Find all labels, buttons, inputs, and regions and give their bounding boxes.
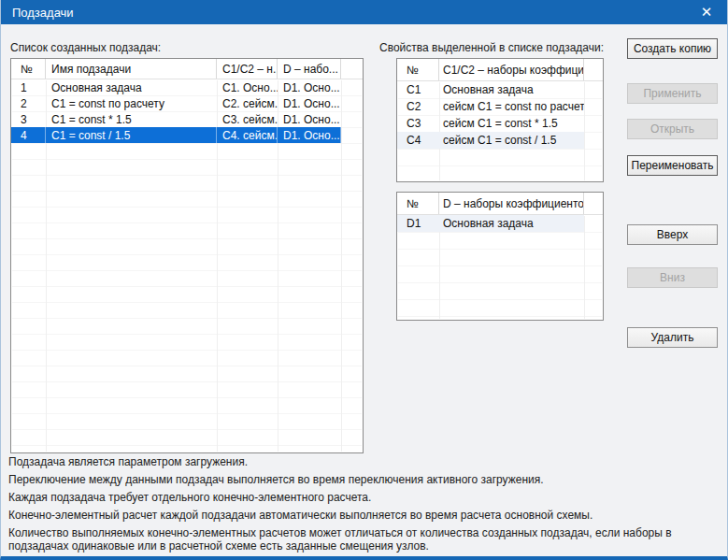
cell-d-set: D1. Осно... [278,79,341,95]
cell-value: сейсм C1 = const / 1.5 [439,132,584,149]
cell-value: Основная задача [439,215,584,232]
help-line: Количество выполняемых конечно-элементны… [8,526,716,553]
subtask-row[interactable]: 4 C1 = const / 1.5 С4. сейсм... D1. Осно… [11,127,363,143]
help-line: Переключение между данными подзадач выпо… [8,473,716,486]
d-sets-header: № D – наборы коэффициенто... [397,193,603,215]
create-copy-button[interactable]: Создать копию [627,38,718,59]
header-number[interactable]: № [397,193,439,214]
help-line: Конечно-элементный расчет каждой подзада… [8,509,716,522]
cell-name: C1 = const / 1.5 [46,127,217,143]
cell-filler [341,127,363,143]
d-set-row[interactable]: D1 Основная задача [397,215,603,232]
cell-number: C1 [397,81,439,98]
header-subtask-name[interactable]: Имя подзадачи [46,59,217,79]
header-c-sets[interactable]: С1/С2 – н... [217,59,278,79]
footer-help-text: Подзадача является параметром загружения… [8,455,716,557]
cell-c-set: С4. сейсм... [217,127,278,143]
open-button[interactable]: Открыть [627,119,718,139]
cell-d-set: D1. Осно... [278,95,341,111]
cell-number: D1 [397,215,439,232]
cell-number: C2 [397,98,439,115]
cell-filler [584,215,603,232]
move-up-button[interactable]: Вверх [627,224,718,245]
header-number[interactable]: № [397,59,439,80]
cell-d-set: D1. Осно... [278,127,341,143]
header-c-sets[interactable]: С1/С2 – наборы коэффици... [439,59,584,80]
cell-c-set: С1. Осно... [217,79,278,95]
c-sets-table: № С1/С2 – наборы коэффици... C1 Основная… [396,58,604,182]
help-line: Каждая подзадача требует отдельного коне… [8,491,716,504]
header-filler [584,59,603,80]
header-filler [341,59,363,79]
cell-filler [341,95,363,111]
cell-filler [341,111,363,127]
cell-number: 2 [11,95,46,111]
c-sets-header: № С1/С2 – наборы коэффици... [397,59,603,81]
cell-name: Основная задача [46,79,217,95]
d-sets-table: № D – наборы коэффициенто... D1 Основная… [396,192,604,321]
header-d-sets[interactable]: D – наборы коэффициенто... [439,193,584,214]
cell-value: сейсм C1 = const по расчету [439,98,584,115]
close-icon: ✕ [701,4,713,21]
cell-c-set: С2. сейсм... [217,95,278,111]
move-down-button[interactable]: Вниз [627,267,718,288]
subtask-row[interactable]: 2 C1 = const по расчету С2. сейсм... D1.… [11,95,363,111]
dialog-content: Список созданных подзадач: № Имя подзада… [1,24,727,556]
cell-name: C1 = const * 1.5 [46,111,217,127]
subtask-row[interactable]: 3 C1 = const * 1.5 С3. сейсм... D1. Осно… [11,111,363,127]
cell-number: 1 [11,79,46,95]
window-title: Подзадачи [12,6,74,20]
header-d-sets[interactable]: D – набо... [278,59,341,79]
cell-name: C1 = const по расчету [46,95,217,111]
cell-c-set: С3. сейсм... [217,111,278,127]
cell-filler [341,79,363,95]
cell-filler [584,81,603,98]
subtask-row[interactable]: 1 Основная задача С1. Осно... D1. Осно..… [11,79,363,95]
cell-filler [584,98,603,115]
cell-filler [584,132,603,149]
cell-number: C3 [397,115,439,132]
cell-d-set: D1. Осно... [278,111,341,127]
c-set-row[interactable]: C3 сейсм C1 = const * 1.5 [397,115,603,132]
header-number[interactable]: № [11,59,46,79]
rename-button[interactable]: Переименовать [627,155,718,176]
cell-value: Основная задача [439,81,584,98]
subtasks-dialog: Подзадачи ✕ Список созданных подзадач: №… [0,0,728,560]
c-set-row[interactable]: C2 сейсм C1 = const по расчету [397,98,603,115]
apply-button[interactable]: Применить [627,83,718,104]
properties-label: Свойства выделенной в списке подзадачи: [379,41,604,54]
delete-button[interactable]: Удалить [627,327,718,348]
close-button[interactable]: ✕ [690,0,723,24]
c-set-row[interactable]: C4 сейсм C1 = const / 1.5 [397,132,603,149]
cell-filler [584,115,603,132]
c-set-row[interactable]: C1 Основная задача [397,81,603,98]
cell-number: 4 [11,127,46,143]
header-filler [584,193,603,214]
titlebar: Подзадачи ✕ [1,0,727,24]
help-line: Подзадача является параметром загружения… [8,455,716,468]
cell-number: C4 [397,132,439,149]
left-list-label: Список созданных подзадач: [10,41,161,54]
subtasks-table: № Имя подзадачи С1/С2 – н... D – набо...… [10,58,364,453]
cell-number: 3 [11,111,46,127]
subtasks-table-header: № Имя подзадачи С1/С2 – н... D – набо... [11,59,363,79]
cell-value: сейсм C1 = const * 1.5 [439,115,584,132]
